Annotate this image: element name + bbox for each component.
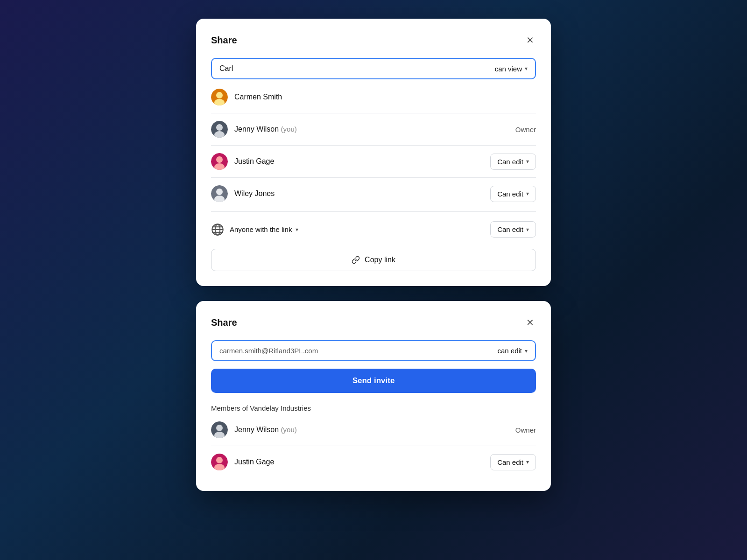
email-input[interactable] <box>219 347 497 355</box>
divider-2 <box>211 145 536 146</box>
modal-header-2: Share ✕ <box>211 316 536 329</box>
svg-point-18 <box>216 425 223 431</box>
permission-label-link: Can edit <box>497 225 523 233</box>
email-input-row: can edit ▾ <box>211 340 536 361</box>
avatar-justin-2 <box>211 454 228 470</box>
user-row-justin-2: Justin Gage Can edit ▾ <box>211 448 536 476</box>
email-permission-label: can edit <box>497 347 522 355</box>
permission-dropdown-search[interactable]: can view ▾ <box>495 65 528 73</box>
search-input[interactable] <box>219 64 495 73</box>
user-name-jenny-2: Jenny Wilson (you) <box>234 426 515 434</box>
user-name-justin-2: Justin Gage <box>234 458 490 466</box>
permission-dropdown-wiley[interactable]: Can edit ▾ <box>490 186 536 202</box>
you-label-jenny: (you) <box>281 125 297 133</box>
user-row-jenny: Jenny Wilson (you) Owner <box>211 115 536 143</box>
user-name-justin: Justin Gage <box>234 157 490 166</box>
search-row: can view ▾ <box>211 58 536 79</box>
owner-label-jenny: Owner <box>515 126 536 133</box>
modal-header-1: Share ✕ <box>211 34 536 47</box>
chevron-icon-search: ▾ <box>525 65 528 72</box>
share-modal-2: Share ✕ can edit ▾ Send invite Members o… <box>196 301 551 491</box>
user-name-carmen: Carmen Smith <box>234 93 536 101</box>
divider-1 <box>211 113 536 113</box>
user-name-wiley: Wiley Jones <box>234 189 490 198</box>
chevron-icon-email: ▾ <box>525 348 528 354</box>
link-label[interactable]: Anyone with the link ▾ <box>230 225 490 233</box>
chevron-icon-link: ▾ <box>296 226 298 233</box>
user-row-carmen: Carmen Smith <box>211 83 536 111</box>
svg-point-1 <box>216 92 223 98</box>
chevron-icon-link-perm: ▾ <box>526 226 529 233</box>
link-icon <box>352 256 360 264</box>
permission-dropdown-email[interactable]: can edit ▾ <box>497 347 528 355</box>
share-modal-1: Share ✕ can view ▾ Carmen Smith <box>196 19 551 286</box>
close-button-2[interactable]: ✕ <box>524 316 536 329</box>
members-label: Members of Vandelay Industries <box>211 404 536 412</box>
permission-dropdown-justin[interactable]: Can edit ▾ <box>490 154 536 170</box>
svg-point-7 <box>216 156 223 163</box>
chevron-icon-justin: ▾ <box>526 158 529 165</box>
divider-3 <box>211 177 536 178</box>
svg-point-4 <box>216 124 223 131</box>
owner-label-jenny-2: Owner <box>515 426 536 434</box>
modal-title-2: Share <box>211 317 237 328</box>
avatar-carmen <box>211 89 228 105</box>
send-invite-button[interactable]: Send invite <box>211 369 536 393</box>
link-row: Anyone with the link ▾ Can edit ▾ <box>211 216 536 243</box>
chevron-icon-wiley: ▾ <box>526 190 529 197</box>
avatar-jenny-2 <box>211 421 228 438</box>
search-permission-label: can view <box>495 65 522 73</box>
copy-link-button[interactable]: Copy link <box>211 249 536 271</box>
user-name-jenny: Jenny Wilson (you) <box>234 125 515 133</box>
user-row-jenny-2: Jenny Wilson (you) Owner <box>211 416 536 444</box>
divider-modal2-1 <box>211 446 536 446</box>
user-row-justin: Justin Gage Can edit ▾ <box>211 147 536 175</box>
permission-dropdown-link[interactable]: Can edit ▾ <box>490 221 536 238</box>
permission-label-justin: Can edit <box>497 158 523 166</box>
globe-icon <box>211 223 224 236</box>
permission-label-justin-2: Can edit <box>497 458 523 466</box>
avatar-wiley <box>211 185 228 202</box>
permission-dropdown-justin-2[interactable]: Can edit ▾ <box>490 454 536 470</box>
permission-label-wiley: Can edit <box>497 190 523 198</box>
svg-point-10 <box>216 189 223 195</box>
avatar-jenny <box>211 121 228 138</box>
close-button-1[interactable]: ✕ <box>524 34 536 47</box>
chevron-icon-justin-2: ▾ <box>526 459 529 465</box>
user-row-wiley: Wiley Jones Can edit ▾ <box>211 180 536 208</box>
modal-title-1: Share <box>211 35 237 46</box>
avatar-justin <box>211 153 228 170</box>
you-label-jenny-2: (you) <box>281 426 297 434</box>
svg-point-21 <box>216 457 223 463</box>
section-divider-1 <box>211 211 536 212</box>
